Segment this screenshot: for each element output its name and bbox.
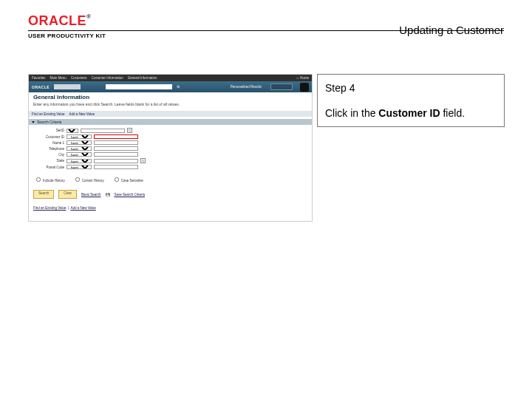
step-text-post: field. [440,107,465,119]
application-screenshot: Favorites Main Menu Customers Customer I… [28,74,313,222]
input-postal[interactable] [94,165,138,169]
input-telephone[interactable] [94,146,138,151]
op-postal[interactable]: begins with [66,165,92,169]
footer-add-new[interactable]: Add a New Value [70,206,95,210]
search-criteria-label: Search Criteria [37,120,61,124]
collapse-icon [32,121,35,123]
history-options: Include History Correct History Case Sen… [29,172,312,187]
save-search-link[interactable]: Save Search Criteria [115,193,146,197]
home-label: Home [300,76,309,80]
breadcrumb-customer-information[interactable]: Customer Information [92,76,123,80]
breadcrumb-customers[interactable]: Customers [71,76,87,80]
label-city: City [33,153,64,157]
scope-select[interactable] [54,84,81,89]
row-city: City begins with [33,152,307,157]
breadcrumb-general-information[interactable]: General Information [128,76,157,80]
lookup-icon[interactable]: Q [127,128,132,133]
label-setid: SetID [33,129,64,132]
home-link[interactable]: ⌂ Home [296,76,309,80]
page-heading: General Information [33,94,307,100]
input-setid[interactable] [81,129,125,133]
page-title: Updating a Customer [399,24,504,36]
notification-icon[interactable] [300,83,309,92]
tab-add-new[interactable]: Add a New Value [69,112,94,116]
check-include-history[interactable]: Include History [33,175,65,184]
label-telephone: Telephone [33,147,64,151]
step-number: Step 4 [325,81,497,95]
step-text-bold: Customer ID [378,107,440,119]
app-oracle-logo: ORACLE [32,85,50,89]
search-button[interactable]: Search [33,190,54,199]
check-case-sensitive[interactable]: Case Sensitive [112,175,143,184]
instruction-panel: Step 4 Click in the Customer ID field. [317,74,505,222]
breadcrumb-favorites[interactable]: Favorites [32,76,46,80]
row-name1: Name 1 begins with [33,140,307,145]
clear-button[interactable]: Clear [58,190,77,199]
app-breadcrumb-bar: Favorites Main Menu Customers Customer I… [29,75,312,81]
breadcrumb-main-menu[interactable]: Main Menu [50,76,66,80]
label-state: State [33,159,64,163]
op-name1[interactable]: begins with [66,140,92,145]
op-telephone[interactable]: begins with [66,146,92,151]
step-text: Click in the Customer ID field. [325,106,497,120]
input-city[interactable] [94,152,138,157]
lookup-icon[interactable]: Q [140,158,146,163]
search-icon[interactable]: 🔍 [177,85,181,89]
search-criteria-header[interactable]: Search Criteria [29,119,312,125]
page-subtext: Enter any information you have and click… [33,102,307,106]
search-form: SetID = Q Customer ID begins with Name 1… [29,125,312,172]
app-top-bar: ORACLE 🔍 Personalized Results [29,81,312,92]
op-customer-id[interactable]: begins with [66,134,92,139]
home-icon: ⌂ [296,76,299,80]
footer-find-existing[interactable]: Find an Existing Value [33,206,66,210]
document-header: ORACLE® USER PRODUCTIVITY KIT Updating a… [28,13,504,39]
input-state[interactable] [94,159,138,163]
logo-reg-mark: ® [86,13,91,20]
row-state: State begins with Q [33,158,307,163]
basic-search-link[interactable]: Basic Search [81,193,101,197]
op-setid[interactable]: = [66,129,78,133]
logo-brand-text: ORACLE [28,13,86,28]
row-postal: Postal Code begins with [33,165,307,169]
step-text-pre: Click in the [325,107,378,119]
op-city[interactable]: begins with [66,152,92,157]
row-customer-id: Customer ID begins with [33,134,307,139]
mode-tab-band: Find an Existing Value Add a New Value [29,111,312,117]
input-customer-id[interactable] [94,134,138,139]
row-setid: SetID = Q [33,128,307,133]
label-customer-id: Customer ID [33,135,64,139]
global-search-input[interactable] [106,84,172,89]
input-name1[interactable] [94,140,138,145]
footer-links: Find an Existing Value | Add a New Value [29,202,312,214]
row-telephone: Telephone begins with [33,146,307,151]
action-row: Search Clear Basic Search 💾 Save Search … [29,187,312,202]
label-name1: Name 1 [33,141,64,145]
check-correct-history[interactable]: Correct History [72,175,104,184]
save-icon: 💾 [106,193,110,197]
op-state[interactable]: begins with [66,159,92,163]
tab-find-existing[interactable]: Find an Existing Value [32,112,64,116]
label-postal: Postal Code [33,166,64,169]
personalized-results-link[interactable]: Personalized Results [231,85,262,89]
add-to-select[interactable] [270,83,293,90]
